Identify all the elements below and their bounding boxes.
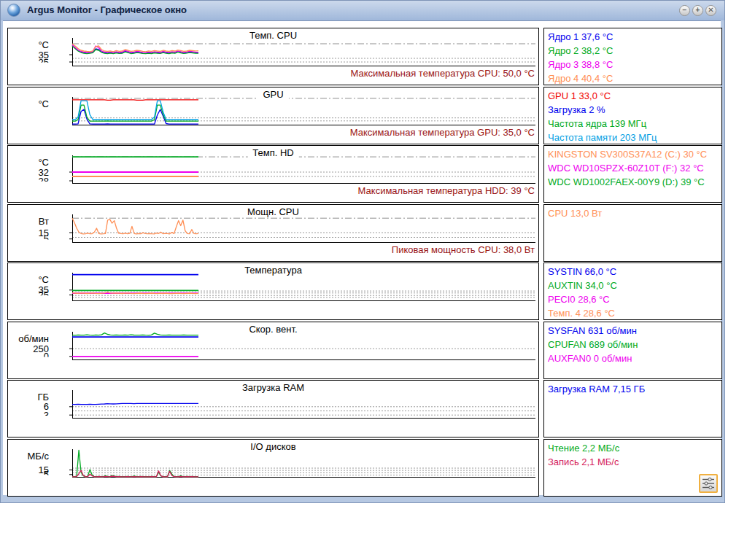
legend-panel-temperature: SYSTIN 66,0 °CAUXTIN 34,0 °CPECI0 28,6 °… <box>543 262 722 320</box>
graph-panel-ram-load[interactable]: Загрузка RAMГБ63 <box>7 380 539 438</box>
legend-item: CPUFAN 689 об/мин <box>544 338 721 351</box>
legend-panel-disk-io: Чтение 2,2 МБ/сЗапись 2,1 МБ/с <box>543 439 722 497</box>
series-line <box>72 44 198 52</box>
max-value-label: Максимальная температура HDD: 39 °C <box>358 185 535 196</box>
maximize-button[interactable]: + <box>692 5 703 16</box>
series-line <box>72 450 198 476</box>
legend-item: PECI0 28,6 °C <box>544 292 721 306</box>
legend-item: Ядро 3 38,8 °C <box>544 58 721 71</box>
window-frame-left <box>1 20 3 502</box>
legend-item: CPU 13,0 Вт <box>544 205 721 220</box>
panel-title: I/O дисков <box>245 441 301 452</box>
legend-item: Частота памяти 203 МГц <box>544 131 721 144</box>
window-title: Argus Monitor - Графическое окно <box>27 4 187 15</box>
legend-panel-cpu-temp: Ядро 1 37,6 °CЯдро 2 38,2 °CЯдро 3 38,8 … <box>543 28 722 85</box>
minimize-button[interactable]: − <box>679 5 690 16</box>
legend-item: GPU 1 33,0 °C <box>544 88 721 103</box>
graph-panel-gpu[interactable]: GPU°CМаксимальная температура GPU: 35,0 … <box>7 87 539 144</box>
close-button[interactable]: ✕ <box>705 5 716 16</box>
legend-item: Запись 2,1 МБ/с <box>544 455 721 469</box>
graph-panel-fan-speed[interactable]: Скор. вент.об/мин2500 <box>7 322 539 379</box>
graph-panel-hdd-temp[interactable]: Темп. HD°C3228Максимальная температура H… <box>7 145 539 203</box>
panel-title: Скор. вент. <box>244 324 302 335</box>
panel-title: Мощн. CPU <box>242 206 304 217</box>
legend-panel-fan-speed: SYSFAN 631 об/минCPUFAN 689 об/минAUXFAN… <box>543 322 722 379</box>
legend-panel-cpu-power: CPU 13,0 Вт <box>543 204 722 262</box>
panel-title: Темп. CPU <box>244 30 302 41</box>
legend-item: WDC WD1002FAEX-00Y9 (D:) 39 °C <box>544 175 721 189</box>
legend-item: Чтение 2,2 МБ/с <box>544 440 721 455</box>
legend-panel-hdd-temp: KINGSTON SV300S37A12 (C:) 30 °CWDC WD10S… <box>543 145 722 203</box>
sliders-icon <box>700 475 716 491</box>
legend-item: Темп. 4 28,6 °C <box>544 306 721 320</box>
app-icon <box>7 4 20 17</box>
series-line <box>72 105 198 121</box>
y-axis-unit: Вт <box>8 216 49 227</box>
legend-item: SYSFAN 631 об/мин <box>544 322 721 338</box>
legend-item: Загрузка 2 % <box>544 103 721 117</box>
legend-panel-gpu: GPU 1 33,0 °CЗагрузка 2 %Частота ядра 13… <box>543 87 722 144</box>
max-value-label: Пиковая мощность CPU: 38,0 Вт <box>392 244 535 255</box>
legend-item: Ядро 1 37,6 °C <box>544 28 721 44</box>
series-line <box>72 333 198 335</box>
graph-panel-cpu-power[interactable]: Мощн. CPUВт155Пиковая мощность CPU: 38,0… <box>7 204 539 262</box>
legend-item: AUXFAN0 0 об/мин <box>544 351 721 365</box>
legend-item: Загрузка RAM 7,15 ГБ <box>544 381 721 396</box>
panel-title: GPU <box>258 89 288 100</box>
y-axis-unit: МБ/с <box>8 451 49 462</box>
panel-title: Температура <box>239 265 307 276</box>
legend-item: Ядро 2 38,2 °C <box>544 44 721 58</box>
series-line <box>72 403 198 404</box>
max-value-label: Максимальная температура GPU: 35,0 °C <box>350 127 535 138</box>
window-controls: − + ✕ <box>679 5 716 16</box>
max-value-label: Максимальная температура CPU: 50,0 °C <box>350 68 535 79</box>
panel-title: Загрузка RAM <box>237 382 309 393</box>
graph-panel-disk-io[interactable]: I/O дисковМБ/с155 <box>7 439 539 497</box>
legend-item: SYSTIN 66,0 °C <box>544 263 721 279</box>
legend-item: WDC WD10SPZX-60Z10T (F:) 32 °C <box>544 161 721 175</box>
panel-title: Темп. HD <box>247 147 298 158</box>
legend-item: AUXTIN 34,0 °C <box>544 279 721 292</box>
series-line <box>72 218 198 234</box>
graph-settings-button[interactable] <box>699 474 718 493</box>
legend-item: Частота ядра 139 МГц <box>544 117 721 131</box>
argus-window: Argus Monitor - Графическое окно − + ✕ Т… <box>0 0 725 503</box>
legend-item: KINGSTON SV300S37A12 (C:) 30 °C <box>544 146 721 161</box>
y-axis-unit: °C <box>8 98 49 109</box>
graph-panel-temperature[interactable]: Температура°C3525 <box>7 262 539 320</box>
graph-panel-cpu-temp[interactable]: Темп. CPU°C3525Максимальная температура … <box>7 28 539 85</box>
titlebar[interactable]: Argus Monitor - Графическое окно − + ✕ <box>1 1 724 21</box>
legend-item: Ядро 4 40,4 °C <box>544 71 721 85</box>
legend-panel-ram-load: Загрузка RAM 7,15 ГБ <box>543 380 722 438</box>
y-axis-unit: °C <box>8 274 49 285</box>
series-line <box>72 101 198 120</box>
